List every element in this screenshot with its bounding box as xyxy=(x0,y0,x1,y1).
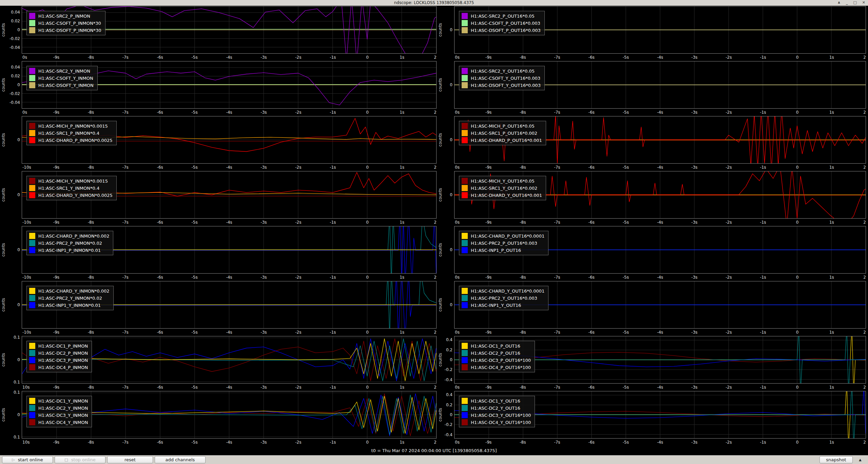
legend-entry: H1:ASC-DC2_Y_INMON xyxy=(29,405,88,411)
y-tick: 0 xyxy=(450,302,452,307)
x-tick: -3s xyxy=(261,275,267,280)
legend-channel-label: H1:ASC-CSOFT_P_INMON*30 xyxy=(38,21,101,26)
x-tick: -3s xyxy=(691,275,697,280)
x-tick: -3s xyxy=(691,220,697,225)
x-tick-labels: -10s-9s-8s-7s-6s-5s-4s-3s-2s-1s01s2 xyxy=(22,219,437,226)
x-tick: 2 xyxy=(863,440,866,445)
close-icon[interactable]: ✕ xyxy=(862,1,865,4)
y-axis-label: counts xyxy=(0,171,7,219)
legend-swatch xyxy=(29,130,35,136)
legend-entry: H1:ASC-CSOFT_P_OUT16*0.003 xyxy=(462,20,541,26)
legend[interactable]: H1:ASC-CHARD_P_OUT16*0.0001H1:ASC-PRC2_P… xyxy=(459,231,548,255)
y-tick: 0.1 xyxy=(14,435,20,440)
plot-area-src2-p-out16[interactable]: H1:ASC-SRC2_P_OUT16*0.05H1:ASC-CSOFT_P_O… xyxy=(454,6,866,54)
plot-area-dc-y-inmon[interactable]: H1:ASC-DC1_Y_INMONH1:ASC-DC2_Y_INMONH1:A… xyxy=(22,391,437,439)
y-tick: 0 xyxy=(17,27,20,32)
legend-swatch xyxy=(29,192,35,198)
x-tick: -1s xyxy=(760,330,766,335)
x-tick: -4s xyxy=(226,385,232,390)
legend[interactable]: H1:ASC-SRC2_P_INMONH1:ASC-CSOFT_P_INMON*… xyxy=(26,11,105,35)
legend-channel-label: H1:ASC-DC1_P_INMON xyxy=(38,344,88,349)
legend-swatch xyxy=(462,350,468,356)
play-icon: ▷ xyxy=(12,458,15,462)
x-tick: -2s xyxy=(726,110,732,115)
y-tick: 0.1 xyxy=(14,335,20,340)
y-tick: 0.2 xyxy=(446,403,452,407)
x-tick: -7s xyxy=(554,275,560,280)
plot-area-mich-p-out16[interactable]: H1:ASC-MICH_P_OUT16*0.05H1:ASC-SRC1_P_OU… xyxy=(454,116,866,164)
legend-entry: H1:ASC-INP1_P_OUT16 xyxy=(462,247,544,253)
plot-area-mich-p-inmon[interactable]: H1:ASC-MICH_P_INMON*0.0015H1:ASC-SRC1_P_… xyxy=(22,116,437,164)
legend[interactable]: H1:ASC-MICH_Y_INMON*0.0015H1:ASC-SRC1_Y_… xyxy=(26,176,117,200)
legend[interactable]: H1:ASC-DC1_P_OUT16H1:ASC-DC2_P_OUT16H1:A… xyxy=(459,341,535,372)
legend-channel-label: H1:ASC-CSOFT_P_OUT16*0.003 xyxy=(471,21,540,26)
plot-area-chard-y-inmon[interactable]: H1:ASC-CHARD_Y_INMON*0.002H1:ASC-PRC2_Y_… xyxy=(22,281,437,329)
plot-panel-chard-y-out16: counts0H1:ASC-CHARD_Y_OUT16*0.0001H1:ASC… xyxy=(439,281,868,336)
x-tick: -1s xyxy=(760,55,766,60)
plot-area-dc-y-out16[interactable]: H1:ASC-DC1_Y_OUT16H1:ASC-DC2_Y_OUT16H1:A… xyxy=(454,391,866,439)
plot-area-mich-y-out16[interactable]: H1:ASC-MICH_Y_OUT16*0.05H1:ASC-SRC1_Y_OU… xyxy=(454,171,866,219)
x-tick: -2s xyxy=(726,275,732,280)
legend[interactable]: H1:ASC-MICH_Y_OUT16*0.05H1:ASC-SRC1_Y_OU… xyxy=(459,176,546,200)
x-tick: -1s xyxy=(760,110,766,115)
y-tick: -0.4 xyxy=(445,377,452,382)
x-tick: 1s xyxy=(400,440,404,445)
legend-channel-label: H1:ASC-DC2_Y_INMON xyxy=(38,406,88,411)
plot-area-src2-p-inmon[interactable]: H1:ASC-SRC2_P_INMONH1:ASC-CSOFT_P_INMON*… xyxy=(22,6,437,54)
legend[interactable]: H1:ASC-CHARD_Y_INMON*0.002H1:ASC-PRC2_Y_… xyxy=(26,286,114,310)
legend[interactable]: H1:ASC-SRC2_Y_OUT16*0.05H1:ASC-CSOFT_Y_O… xyxy=(459,66,545,90)
legend[interactable]: H1:ASC-SRC2_Y_INMONH1:ASC-CSOFT_Y_INMONH… xyxy=(26,66,98,90)
x-tick: -2s xyxy=(295,110,301,115)
shade-icon[interactable]: ∧ xyxy=(837,1,841,4)
x-tick: -5s xyxy=(623,165,629,170)
start-online-button[interactable]: ▷ start online xyxy=(2,456,53,463)
legend-entry: H1:ASC-CSOFT_Y_OUT16*0.003 xyxy=(462,75,541,81)
legend-channel-label: H1:ASC-SRC2_P_OUT16*0.05 xyxy=(471,14,535,19)
plot-area-mich-y-inmon[interactable]: H1:ASC-MICH_Y_INMON*0.0015H1:ASC-SRC1_Y_… xyxy=(22,171,437,219)
legend[interactable]: H1:ASC-DC1_Y_INMONH1:ASC-DC2_Y_INMONH1:A… xyxy=(26,396,92,427)
y-tick: 0 xyxy=(17,192,20,197)
x-tick: 0 xyxy=(366,440,369,445)
legend[interactable]: H1:ASC-MICH_P_OUT16*0.05H1:ASC-SRC1_P_OU… xyxy=(459,121,546,145)
y-tick: 0.1 xyxy=(14,380,20,385)
x-tick: -8s xyxy=(520,220,526,225)
maximize-icon[interactable]: □ xyxy=(853,1,856,4)
legend-entry: H1:ASC-CSOFT_P_INMON*30 xyxy=(29,20,101,26)
x-tick: 0 xyxy=(366,385,369,390)
legend-swatch xyxy=(29,20,35,26)
legend[interactable]: H1:ASC-DC1_P_INMONH1:ASC-DC2_P_INMONH1:A… xyxy=(26,341,92,372)
plot-area-dc-p-out16[interactable]: H1:ASC-DC1_P_OUT16H1:ASC-DC2_P_OUT16H1:A… xyxy=(454,336,866,384)
plot-area-chard-p-out16[interactable]: H1:ASC-CHARD_P_OUT16*0.0001H1:ASC-PRC2_P… xyxy=(454,226,866,274)
x-tick: -2s xyxy=(726,220,732,225)
legend[interactable]: H1:ASC-CHARD_Y_OUT16*0.0001H1:ASC-PRC2_Y… xyxy=(459,286,548,310)
plot-panel-dc-y-inmon: counts0.100.1H1:ASC-DC1_Y_INMONH1:ASC-DC… xyxy=(0,391,439,446)
plot-area-chard-p-inmon[interactable]: H1:ASC-CHARD_P_INMON*0.002H1:ASC-PRC2_P_… xyxy=(22,226,437,274)
x-tick: -3s xyxy=(261,165,267,170)
y-tick-labels: 0.100.1 xyxy=(7,336,22,384)
legend-swatch xyxy=(29,82,35,88)
stop-online-button[interactable]: □ stop online xyxy=(55,456,105,463)
legend[interactable]: H1:ASC-CHARD_P_INMON*0.002H1:ASC-PRC2_P_… xyxy=(26,231,113,255)
x-tick: -4s xyxy=(226,165,232,170)
legend[interactable]: H1:ASC-MICH_P_INMON*0.0015H1:ASC-SRC1_P_… xyxy=(26,121,117,145)
reset-button[interactable]: reset xyxy=(107,456,153,463)
minimize-icon[interactable]: _ xyxy=(846,1,848,4)
add-channels-button[interactable]: add channels xyxy=(155,456,206,463)
x-tick: 0s xyxy=(22,55,27,60)
expand-up-button[interactable]: ▲ xyxy=(854,456,866,463)
title-bar[interactable]: ndscope: LOCKLOSS 1393805058.4375 ∧ _ □ … xyxy=(0,0,868,6)
legend-channel-label: H1:ASC-SRC1_Y_INMON*0.4 xyxy=(38,186,99,191)
plot-area-dc-p-inmon[interactable]: H1:ASC-DC1_P_INMONH1:ASC-DC2_P_INMONH1:A… xyxy=(22,336,437,384)
legend[interactable]: H1:ASC-DC1_Y_OUT16H1:ASC-DC2_Y_OUT16H1:A… xyxy=(459,396,535,427)
x-tick: -2s xyxy=(726,55,732,60)
legend[interactable]: H1:ASC-SRC2_P_OUT16*0.05H1:ASC-CSOFT_P_O… xyxy=(459,11,545,35)
x-tick-labels: 0s-9s-8s-7s-6s-5s-4s-3s-2s-1s01s2 xyxy=(22,54,437,61)
x-tick: 0s xyxy=(455,440,460,445)
plot-area-src2-y-inmon[interactable]: H1:ASC-SRC2_Y_INMONH1:ASC-CSOFT_Y_INMONH… xyxy=(22,61,437,109)
x-tick: -9s xyxy=(53,275,59,280)
plot-area-src2-y-out16[interactable]: H1:ASC-SRC2_Y_OUT16*0.05H1:ASC-CSOFT_Y_O… xyxy=(454,61,866,109)
snapshot-button[interactable]: snapshot xyxy=(819,456,853,463)
plot-area-chard-y-out16[interactable]: H1:ASC-CHARD_Y_OUT16*0.0001H1:ASC-PRC2_Y… xyxy=(454,281,866,329)
x-tick: -9s xyxy=(485,55,491,60)
legend-swatch xyxy=(29,398,35,404)
